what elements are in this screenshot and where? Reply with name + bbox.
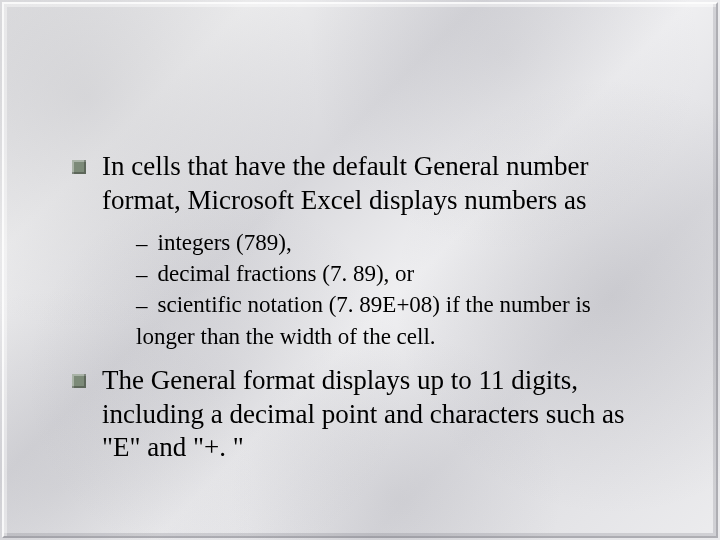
list-item-text: longer than the width of the cell. bbox=[136, 322, 436, 352]
slide-body: In cells that have the default General n… bbox=[72, 150, 660, 471]
list-item: – scientific notation (7. 89E+08) if the… bbox=[136, 290, 660, 321]
list-item-text: decimal fractions (7. 89), or bbox=[158, 259, 415, 289]
square-bullet-icon bbox=[72, 374, 86, 388]
dash-bullet-icon: – bbox=[136, 229, 148, 259]
dash-bullet-icon: – bbox=[136, 260, 148, 290]
list-item-text: The General format displays up to 11 dig… bbox=[102, 364, 660, 465]
list-item: – integers (789), bbox=[136, 228, 660, 259]
sub-list: – integers (789), – decimal fractions (7… bbox=[136, 228, 660, 352]
list-item-continuation: longer than the width of the cell. bbox=[136, 322, 660, 352]
list-item: In cells that have the default General n… bbox=[72, 150, 660, 218]
square-bullet-icon bbox=[72, 160, 86, 174]
dash-bullet-icon: – bbox=[136, 291, 148, 321]
list-item-text: scientific notation (7. 89E+08) if the n… bbox=[158, 290, 591, 320]
list-item-text: In cells that have the default General n… bbox=[102, 150, 660, 218]
list-item: The General format displays up to 11 dig… bbox=[72, 364, 660, 465]
list-item-text: integers (789), bbox=[158, 228, 292, 258]
list-item: – decimal fractions (7. 89), or bbox=[136, 259, 660, 290]
